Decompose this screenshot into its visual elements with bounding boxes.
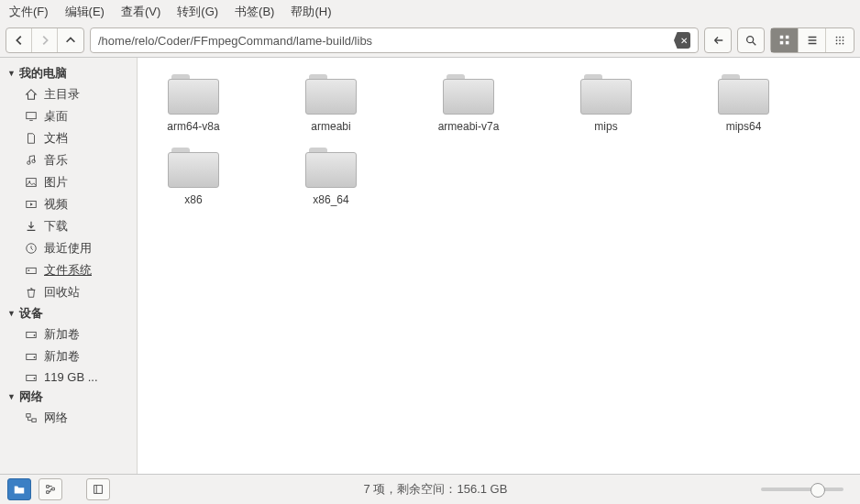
sidebar-item-label: 文档 <box>44 130 68 147</box>
sidebar-section-head[interactable]: ▼网络 <box>0 387 137 407</box>
folder-item[interactable]: mips64 <box>702 74 785 133</box>
svg-point-7 <box>843 37 844 38</box>
toggle-path-button[interactable] <box>704 27 732 53</box>
menubar: 文件(F) 编辑(E) 查看(V) 转到(G) 书签(B) 帮助(H) <box>0 0 860 24</box>
folder-icon <box>718 74 769 115</box>
svg-point-24 <box>34 334 36 336</box>
sidebar-item-download[interactable]: 下载 <box>0 215 137 237</box>
svg-point-11 <box>836 43 838 45</box>
svg-point-28 <box>34 378 36 379</box>
menu-bookmarks[interactable]: 书签(B) <box>235 4 274 20</box>
svg-point-0 <box>747 37 754 43</box>
sidebar-item-drive[interactable]: 新加卷 <box>0 345 137 367</box>
clear-path-icon[interactable]: ✕ <box>674 32 690 49</box>
svg-rect-3 <box>779 41 783 45</box>
folder-label: x86_64 <box>313 193 348 206</box>
folder-item[interactable]: armeabi-v7a <box>427 74 510 133</box>
sidebar-section-head[interactable]: ▼我的电脑 <box>0 63 137 83</box>
svg-point-6 <box>839 37 841 38</box>
folder-icon <box>305 148 357 188</box>
doc-icon <box>24 132 39 145</box>
svg-point-10 <box>843 39 844 41</box>
nav-group <box>6 27 84 53</box>
recent-icon <box>24 242 39 255</box>
view-compact-button[interactable] <box>826 28 854 52</box>
sidebar-item-label: 最近使用 <box>44 240 92 257</box>
fs-icon <box>24 264 39 277</box>
chevron-down-icon: ▼ <box>7 69 16 78</box>
svg-rect-1 <box>779 36 783 39</box>
svg-rect-17 <box>27 179 37 187</box>
svg-rect-29 <box>27 414 30 418</box>
toolbar: /home/relo/Coder/FFmpegCommand/lame-buil… <box>0 24 860 58</box>
chevron-down-icon: ▼ <box>7 309 16 318</box>
sidebar-section-title: 我的电脑 <box>19 65 67 82</box>
search-button[interactable] <box>737 27 765 53</box>
svg-point-5 <box>836 37 838 38</box>
sidebar-item-label: 音乐 <box>44 152 68 169</box>
sidebar-item-recent[interactable]: 最近使用 <box>0 237 137 259</box>
view-mode-group <box>770 27 854 53</box>
forward-button[interactable] <box>32 28 58 52</box>
folder-item[interactable]: x86 <box>152 148 235 206</box>
show-places-button[interactable] <box>7 478 31 500</box>
status-text: 7 项，剩余空间：156.1 GB <box>117 481 754 498</box>
folder-item[interactable]: x86_64 <box>290 148 372 206</box>
path-input[interactable]: /home/relo/Coder/FFmpegCommand/lame-buil… <box>90 27 699 53</box>
up-button[interactable] <box>58 28 83 52</box>
statusbar: 7 项，剩余空间：156.1 GB <box>0 474 860 504</box>
sidebar-item-label: 主目录 <box>44 86 80 103</box>
folder-item[interactable]: mips <box>565 74 647 133</box>
sidebar-item-pic[interactable]: 图片 <box>0 171 137 193</box>
sidebar-item-drive[interactable]: 新加卷 <box>0 323 137 345</box>
back-button[interactable] <box>6 28 32 52</box>
sidebar: ▼我的电脑主目录桌面文档音乐图片视频下载最近使用文件系统回收站▼设备新加卷新加卷… <box>0 58 138 474</box>
folder-label: armeabi-v7a <box>438 120 500 133</box>
sidebar-section-title: 网络 <box>19 389 43 405</box>
svg-rect-4 <box>785 41 788 45</box>
sidebar-item-label: 图片 <box>44 174 68 191</box>
menu-edit[interactable]: 编辑(E) <box>65 4 105 20</box>
sidebar-item-label: 网络 <box>44 410 68 426</box>
show-tree-button[interactable] <box>39 478 62 500</box>
sidebar-item-doc[interactable]: 文档 <box>0 127 137 149</box>
sidebar-item-fs[interactable]: 文件系统 <box>0 259 137 281</box>
view-icons-button[interactable] <box>771 28 799 52</box>
folder-content: arm64-v8aarmeabiarmeabi-v7amipsmips64x86… <box>138 58 860 474</box>
sidebar-item-video[interactable]: 视频 <box>0 193 137 215</box>
folder-item[interactable]: arm64-v8a <box>152 74 235 133</box>
menu-help[interactable]: 帮助(H) <box>291 4 331 20</box>
svg-rect-21 <box>27 268 37 273</box>
svg-rect-31 <box>94 486 103 494</box>
folder-label: mips64 <box>726 120 762 133</box>
folder-icon <box>580 74 632 115</box>
sidebar-item-label: 119 GB ... <box>44 370 98 384</box>
sidebar-item-desktop[interactable]: 桌面 <box>0 105 137 127</box>
sidebar-item-home[interactable]: 主目录 <box>0 83 137 105</box>
svg-point-12 <box>839 43 841 45</box>
svg-rect-30 <box>32 419 36 422</box>
sidebar-section-head[interactable]: ▼设备 <box>0 303 137 323</box>
menu-file[interactable]: 文件(F) <box>9 4 49 20</box>
sidebar-item-net[interactable]: 网络 <box>0 407 137 429</box>
main-area: ▼我的电脑主目录桌面文档音乐图片视频下载最近使用文件系统回收站▼设备新加卷新加卷… <box>0 58 860 474</box>
view-list-button[interactable] <box>799 28 826 52</box>
folder-label: arm64-v8a <box>167 120 219 133</box>
close-sidebar-button[interactable] <box>86 478 110 500</box>
sidebar-item-music[interactable]: 音乐 <box>0 149 137 171</box>
sidebar-item-label: 桌面 <box>44 108 68 125</box>
sidebar-item-label: 视频 <box>44 196 68 213</box>
svg-rect-2 <box>785 36 788 39</box>
trash-icon <box>24 286 39 299</box>
download-icon <box>24 220 39 233</box>
zoom-slider[interactable] <box>761 488 843 491</box>
menu-go[interactable]: 转到(G) <box>177 4 218 20</box>
menu-view[interactable]: 查看(V) <box>121 4 160 20</box>
sidebar-item-trash[interactable]: 回收站 <box>0 281 137 303</box>
desktop-icon <box>24 110 39 123</box>
svg-point-9 <box>839 39 841 41</box>
sidebar-item-label: 回收站 <box>44 284 80 301</box>
sidebar-item-drive[interactable]: 119 GB ... <box>0 367 137 387</box>
folder-item[interactable]: armeabi <box>290 74 372 133</box>
svg-point-8 <box>836 39 838 41</box>
